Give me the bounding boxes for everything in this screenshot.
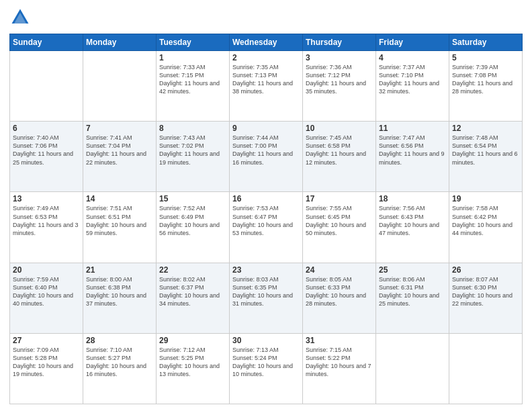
day-number: 10 — [306, 124, 373, 133]
day-number: 2 — [232, 53, 300, 62]
calendar-week-row: 1Sunrise: 7:33 AM Sunset: 7:15 PM Daylig… — [10, 51, 523, 122]
day-number: 16 — [232, 194, 300, 203]
calendar-cell: 27Sunrise: 7:09 AM Sunset: 5:28 PM Dayli… — [10, 333, 83, 404]
day-info: Sunrise: 7:58 AM Sunset: 6:42 PM Dayligh… — [452, 204, 519, 237]
day-info: Sunrise: 7:45 AM Sunset: 6:58 PM Dayligh… — [306, 134, 373, 167]
day-number: 19 — [452, 194, 519, 203]
day-info: Sunrise: 7:35 AM Sunset: 7:13 PM Dayligh… — [232, 63, 300, 96]
day-info: Sunrise: 7:10 AM Sunset: 5:27 PM Dayligh… — [86, 346, 153, 379]
day-number: 15 — [159, 194, 226, 203]
day-number: 9 — [232, 124, 300, 133]
day-number: 20 — [13, 265, 80, 275]
calendar-cell: 21Sunrise: 8:00 AM Sunset: 6:38 PM Dayli… — [83, 263, 157, 333]
calendar-cell: 23Sunrise: 8:03 AM Sunset: 6:35 PM Dayli… — [230, 263, 303, 333]
page: SundayMondayTuesdayWednesdayThursdayFrid… — [0, 0, 532, 411]
day-number: 13 — [13, 194, 80, 203]
calendar-cell: 1Sunrise: 7:33 AM Sunset: 7:15 PM Daylig… — [157, 51, 230, 122]
day-info: Sunrise: 7:40 AM Sunset: 7:06 PM Dayligh… — [13, 134, 80, 167]
calendar-cell: 15Sunrise: 7:52 AM Sunset: 6:49 PM Dayli… — [157, 192, 230, 263]
day-info: Sunrise: 7:41 AM Sunset: 7:04 PM Dayligh… — [86, 134, 153, 167]
day-number: 5 — [452, 53, 519, 62]
day-number: 17 — [306, 194, 373, 203]
calendar-cell: 19Sunrise: 7:58 AM Sunset: 6:42 PM Dayli… — [449, 192, 523, 263]
logo-icon — [9, 7, 31, 28]
day-number: 25 — [379, 265, 446, 275]
day-info: Sunrise: 7:56 AM Sunset: 6:43 PM Dayligh… — [379, 204, 446, 237]
day-info: Sunrise: 7:15 AM Sunset: 5:22 PM Dayligh… — [306, 346, 373, 379]
calendar-cell: 25Sunrise: 8:06 AM Sunset: 6:31 PM Dayli… — [376, 263, 449, 333]
calendar-week-row: 20Sunrise: 7:59 AM Sunset: 6:40 PM Dayli… — [10, 263, 523, 333]
day-info: Sunrise: 8:03 AM Sunset: 6:35 PM Dayligh… — [232, 275, 300, 308]
day-number: 12 — [452, 124, 519, 133]
day-number: 11 — [379, 124, 446, 133]
day-number: 31 — [306, 336, 373, 345]
logo — [9, 7, 34, 28]
day-number: 18 — [379, 194, 446, 203]
day-number: 22 — [159, 265, 226, 275]
calendar-cell — [83, 51, 157, 122]
calendar-header-cell: Monday — [83, 34, 157, 51]
calendar-body: 1Sunrise: 7:33 AM Sunset: 7:15 PM Daylig… — [10, 51, 523, 404]
calendar-cell: 5Sunrise: 7:39 AM Sunset: 7:08 PM Daylig… — [449, 51, 523, 122]
calendar-cell: 8Sunrise: 7:43 AM Sunset: 7:02 PM Daylig… — [157, 122, 230, 192]
calendar-cell — [10, 51, 83, 122]
day-number: 28 — [86, 336, 153, 345]
day-info: Sunrise: 7:51 AM Sunset: 6:51 PM Dayligh… — [86, 204, 153, 237]
day-info: Sunrise: 7:53 AM Sunset: 6:47 PM Dayligh… — [232, 204, 300, 237]
day-info: Sunrise: 8:07 AM Sunset: 6:30 PM Dayligh… — [452, 275, 519, 308]
header — [9, 7, 523, 28]
day-number: 14 — [86, 194, 153, 203]
calendar-cell: 6Sunrise: 7:40 AM Sunset: 7:06 PM Daylig… — [10, 122, 83, 192]
calendar-cell — [376, 333, 449, 404]
day-number: 4 — [379, 53, 446, 62]
day-info: Sunrise: 7:33 AM Sunset: 7:15 PM Dayligh… — [159, 63, 226, 96]
day-number: 26 — [452, 265, 519, 275]
calendar-cell: 17Sunrise: 7:55 AM Sunset: 6:45 PM Dayli… — [303, 192, 376, 263]
calendar-cell: 12Sunrise: 7:48 AM Sunset: 6:54 PM Dayli… — [449, 122, 523, 192]
calendar-cell: 26Sunrise: 8:07 AM Sunset: 6:30 PM Dayli… — [449, 263, 523, 333]
day-info: Sunrise: 8:05 AM Sunset: 6:33 PM Dayligh… — [306, 275, 373, 308]
day-number: 1 — [159, 53, 226, 62]
calendar-week-row: 27Sunrise: 7:09 AM Sunset: 5:28 PM Dayli… — [10, 333, 523, 404]
calendar-header-row: SundayMondayTuesdayWednesdayThursdayFrid… — [10, 34, 523, 51]
calendar-cell: 13Sunrise: 7:49 AM Sunset: 6:53 PM Dayli… — [10, 192, 83, 263]
calendar-cell: 24Sunrise: 8:05 AM Sunset: 6:33 PM Dayli… — [303, 263, 376, 333]
day-info: Sunrise: 7:44 AM Sunset: 7:00 PM Dayligh… — [232, 134, 300, 167]
calendar-cell: 9Sunrise: 7:44 AM Sunset: 7:00 PM Daylig… — [230, 122, 303, 192]
calendar-cell: 4Sunrise: 7:37 AM Sunset: 7:10 PM Daylig… — [376, 51, 449, 122]
day-info: Sunrise: 7:09 AM Sunset: 5:28 PM Dayligh… — [13, 346, 80, 379]
calendar-cell: 2Sunrise: 7:35 AM Sunset: 7:13 PM Daylig… — [230, 51, 303, 122]
day-info: Sunrise: 7:39 AM Sunset: 7:08 PM Dayligh… — [452, 63, 519, 96]
day-number: 27 — [13, 336, 80, 345]
day-number: 30 — [232, 336, 300, 345]
calendar-header-cell: Saturday — [449, 34, 523, 51]
day-number: 8 — [159, 124, 226, 133]
day-info: Sunrise: 7:55 AM Sunset: 6:45 PM Dayligh… — [306, 204, 373, 237]
calendar-cell: 10Sunrise: 7:45 AM Sunset: 6:58 PM Dayli… — [303, 122, 376, 192]
calendar-cell: 16Sunrise: 7:53 AM Sunset: 6:47 PM Dayli… — [230, 192, 303, 263]
calendar-header-cell: Friday — [376, 34, 449, 51]
calendar-week-row: 13Sunrise: 7:49 AM Sunset: 6:53 PM Dayli… — [10, 192, 523, 263]
day-info: Sunrise: 7:12 AM Sunset: 5:25 PM Dayligh… — [159, 346, 226, 379]
calendar-cell: 11Sunrise: 7:47 AM Sunset: 6:56 PM Dayli… — [376, 122, 449, 192]
day-info: Sunrise: 8:06 AM Sunset: 6:31 PM Dayligh… — [379, 275, 446, 308]
calendar-header-cell: Thursday — [303, 34, 376, 51]
day-info: Sunrise: 7:37 AM Sunset: 7:10 PM Dayligh… — [379, 63, 446, 96]
calendar-header-cell: Wednesday — [230, 34, 303, 51]
calendar-cell: 31Sunrise: 7:15 AM Sunset: 5:22 PM Dayli… — [303, 333, 376, 404]
calendar-cell: 30Sunrise: 7:13 AM Sunset: 5:24 PM Dayli… — [230, 333, 303, 404]
calendar-header-cell: Tuesday — [157, 34, 230, 51]
day-info: Sunrise: 7:13 AM Sunset: 5:24 PM Dayligh… — [232, 346, 300, 379]
day-number: 21 — [86, 265, 153, 275]
day-info: Sunrise: 7:47 AM Sunset: 6:56 PM Dayligh… — [379, 134, 446, 167]
calendar-cell — [449, 333, 523, 404]
calendar-cell: 7Sunrise: 7:41 AM Sunset: 7:04 PM Daylig… — [83, 122, 157, 192]
calendar-cell: 14Sunrise: 7:51 AM Sunset: 6:51 PM Dayli… — [83, 192, 157, 263]
calendar-week-row: 6Sunrise: 7:40 AM Sunset: 7:06 PM Daylig… — [10, 122, 523, 192]
day-info: Sunrise: 7:48 AM Sunset: 6:54 PM Dayligh… — [452, 134, 519, 167]
day-info: Sunrise: 8:02 AM Sunset: 6:37 PM Dayligh… — [159, 275, 226, 308]
calendar-cell: 20Sunrise: 7:59 AM Sunset: 6:40 PM Dayli… — [10, 263, 83, 333]
calendar-cell: 28Sunrise: 7:10 AM Sunset: 5:27 PM Dayli… — [83, 333, 157, 404]
day-info: Sunrise: 8:00 AM Sunset: 6:38 PM Dayligh… — [86, 275, 153, 308]
calendar-header-cell: Sunday — [10, 34, 83, 51]
